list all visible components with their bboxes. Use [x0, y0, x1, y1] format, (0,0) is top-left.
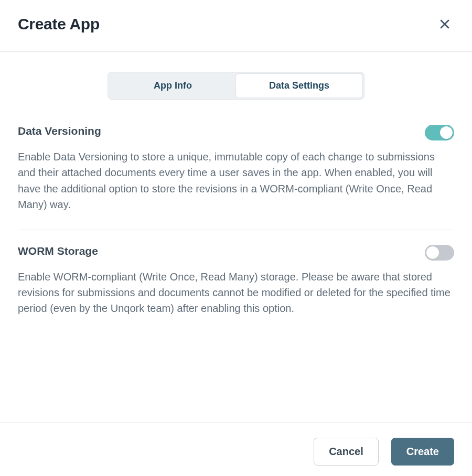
toggle-knob — [426, 246, 439, 259]
modal-header: Create App — [0, 0, 472, 52]
setting-title-data-versioning: Data Versioning — [18, 125, 101, 137]
modal-body: App Info Data Settings Data Versioning E… — [0, 52, 472, 423]
create-button[interactable]: Create — [391, 438, 454, 466]
toggle-data-versioning[interactable] — [425, 125, 454, 140]
setting-worm-storage: WORM Storage — [18, 245, 454, 269]
toggle-worm-storage[interactable] — [425, 245, 454, 261]
create-app-modal: Create App App Info Data Settings Data V… — [0, 0, 472, 476]
setting-data-versioning: Data Versioning — [18, 125, 454, 149]
setting-desc-data-versioning: Enable Data Versioning to store a unique… — [18, 149, 454, 213]
tab-data-settings[interactable]: Data Settings — [236, 74, 362, 98]
modal-footer: Cancel Create — [0, 423, 472, 476]
tabs: App Info Data Settings — [108, 72, 364, 100]
divider — [18, 230, 454, 230]
cancel-button[interactable]: Cancel — [314, 438, 379, 466]
tab-app-info[interactable]: App Info — [110, 74, 236, 98]
modal-title: Create App — [18, 15, 100, 33]
setting-title-worm-storage: WORM Storage — [18, 245, 98, 257]
setting-desc-worm-storage: Enable WORM-compliant (Write Once, Read … — [18, 269, 454, 317]
toggle-knob — [440, 126, 453, 139]
close-icon — [439, 19, 450, 29]
close-button[interactable] — [435, 15, 454, 34]
